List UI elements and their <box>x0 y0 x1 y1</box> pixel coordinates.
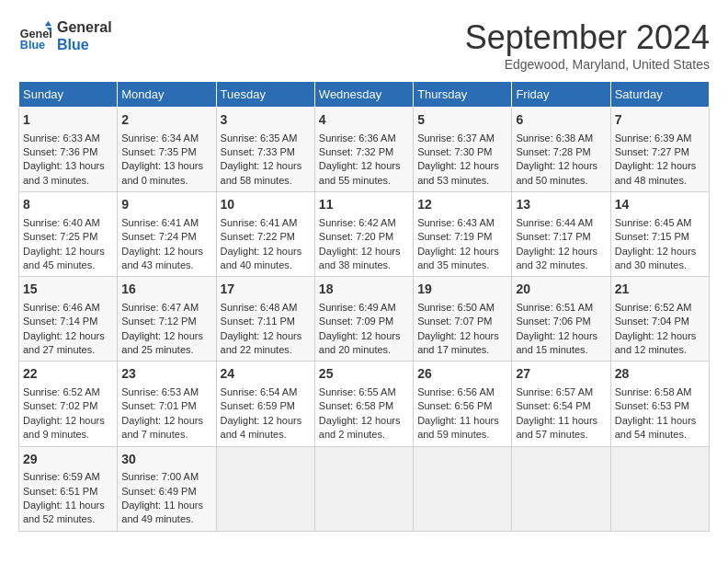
calendar-cell: 3Sunrise: 6:35 AMSunset: 7:33 PMDaylight… <box>216 108 314 192</box>
day-info-line: and 9 minutes. <box>23 428 113 442</box>
day-info-line: Sunrise: 6:56 AM <box>417 385 507 399</box>
calendar-cell: 28Sunrise: 6:58 AMSunset: 6:53 PMDayligh… <box>610 362 709 446</box>
day-info-line: Sunset: 6:51 PM <box>23 485 113 499</box>
calendar-cell: 12Sunrise: 6:43 AMSunset: 7:19 PMDayligh… <box>414 192 512 277</box>
day-number: 2 <box>121 111 211 130</box>
day-info-line: and 45 minutes. <box>23 259 113 272</box>
logo: General Blue General Blue <box>18 18 112 53</box>
day-number: 11 <box>319 196 409 214</box>
day-info-line: Sunset: 7:36 PM <box>23 145 113 159</box>
calendar-cell: 21Sunrise: 6:52 AMSunset: 7:04 PMDayligh… <box>610 277 709 362</box>
day-info-line: and 17 minutes. <box>417 343 507 357</box>
day-info-line: and 30 minutes. <box>615 259 705 272</box>
day-info-line: and 3 minutes. <box>23 174 113 188</box>
day-info-line: Daylight: 12 hours <box>221 329 311 343</box>
day-info-line: Sunset: 7:17 PM <box>516 230 606 244</box>
day-info-line: Sunrise: 6:40 AM <box>23 216 113 230</box>
day-info-line: Sunrise: 6:41 AM <box>121 216 211 230</box>
calendar-cell: 17Sunrise: 6:48 AMSunset: 7:11 PMDayligh… <box>216 277 314 362</box>
calendar-cell: 4Sunrise: 6:36 AMSunset: 7:32 PMDaylight… <box>314 108 413 192</box>
day-info-line: Daylight: 11 hours <box>417 414 507 428</box>
column-header-tuesday: Tuesday <box>216 82 314 108</box>
day-info-line: Daylight: 12 hours <box>615 159 705 173</box>
day-info-line: and 49 minutes. <box>121 512 211 526</box>
day-info-line: Daylight: 11 hours <box>516 414 606 428</box>
day-info-line: and 54 minutes. <box>615 428 705 442</box>
column-header-wednesday: Wednesday <box>314 82 413 108</box>
calendar-cell: 26Sunrise: 6:56 AMSunset: 6:56 PMDayligh… <box>414 362 512 446</box>
calendar-cell: 1Sunrise: 6:33 AMSunset: 7:36 PMDaylight… <box>19 108 118 192</box>
day-info-line: Sunrise: 6:46 AM <box>23 301 113 315</box>
day-info-line: Sunrise: 6:47 AM <box>121 301 211 315</box>
calendar-header-row: SundayMondayTuesdayWednesdayThursdayFrid… <box>19 82 710 108</box>
day-info-line: and 55 minutes. <box>319 174 409 188</box>
calendar-cell: 29Sunrise: 6:59 AMSunset: 6:51 PMDayligh… <box>19 446 118 531</box>
day-number: 26 <box>417 365 507 384</box>
column-header-friday: Friday <box>512 82 610 108</box>
day-info-line: Sunset: 7:24 PM <box>121 230 211 244</box>
day-info-line: Sunset: 7:11 PM <box>221 315 311 328</box>
calendar-week-2: 8Sunrise: 6:40 AMSunset: 7:25 PMDaylight… <box>19 192 710 277</box>
day-info-line: Daylight: 12 hours <box>615 329 705 343</box>
day-info-line: Sunrise: 6:41 AM <box>221 216 311 230</box>
day-number: 6 <box>516 111 606 130</box>
day-info-line: Sunset: 7:01 PM <box>121 399 211 413</box>
day-number: 22 <box>23 365 113 384</box>
day-info-line: Sunrise: 6:51 AM <box>516 301 606 315</box>
day-info-line: Daylight: 12 hours <box>121 329 211 343</box>
day-info-line: Sunrise: 6:50 AM <box>417 301 507 315</box>
day-info-line: Daylight: 12 hours <box>516 329 606 343</box>
day-info-line: and 15 minutes. <box>516 343 606 357</box>
calendar-cell: 6Sunrise: 6:38 AMSunset: 7:28 PMDaylight… <box>512 108 610 192</box>
calendar-cell: 23Sunrise: 6:53 AMSunset: 7:01 PMDayligh… <box>118 362 216 446</box>
column-header-sunday: Sunday <box>19 82 118 108</box>
day-info-line: Sunset: 7:33 PM <box>221 145 311 159</box>
day-number: 14 <box>615 196 705 214</box>
day-number: 25 <box>319 365 409 384</box>
page-header: General Blue General Blue September 2024… <box>18 18 710 72</box>
day-number: 1 <box>23 111 113 130</box>
day-info-line: Daylight: 12 hours <box>319 414 409 428</box>
day-info-line: Sunrise: 6:45 AM <box>615 216 705 230</box>
day-info-line: and 20 minutes. <box>319 343 409 357</box>
calendar-cell: 8Sunrise: 6:40 AMSunset: 7:25 PMDaylight… <box>19 192 118 277</box>
calendar-cell: 2Sunrise: 6:34 AMSunset: 7:35 PMDaylight… <box>118 108 216 192</box>
day-info-line: Sunrise: 6:53 AM <box>121 385 211 399</box>
day-info-line: and 22 minutes. <box>221 343 311 357</box>
day-info-line: and 52 minutes. <box>23 512 113 526</box>
day-info-line: Sunset: 7:25 PM <box>23 230 113 244</box>
calendar-cell: 11Sunrise: 6:42 AMSunset: 7:20 PMDayligh… <box>314 192 413 277</box>
day-info-line: Sunrise: 6:48 AM <box>221 301 311 315</box>
day-info-line: Daylight: 12 hours <box>221 245 311 259</box>
day-info-line: Sunrise: 6:49 AM <box>319 301 409 315</box>
calendar-cell <box>610 446 709 531</box>
location: Edgewood, Maryland, United States <box>465 57 710 72</box>
day-info-line: and 40 minutes. <box>221 259 311 272</box>
day-info-line: Sunset: 7:07 PM <box>417 315 507 328</box>
day-number: 8 <box>23 196 113 214</box>
day-info-line: and 59 minutes. <box>417 428 507 442</box>
calendar-cell: 13Sunrise: 6:44 AMSunset: 7:17 PMDayligh… <box>512 192 610 277</box>
day-info-line: Sunset: 7:04 PM <box>615 315 705 328</box>
day-info-line: Sunset: 6:53 PM <box>615 399 705 413</box>
day-number: 17 <box>221 281 311 299</box>
day-info-line: Sunrise: 6:37 AM <box>417 132 507 145</box>
day-info-line: Sunrise: 6:35 AM <box>221 132 311 145</box>
day-info-line: Sunset: 7:14 PM <box>23 315 113 328</box>
day-info-line: Sunrise: 6:57 AM <box>516 385 606 399</box>
day-info-line: and 25 minutes. <box>121 343 211 357</box>
day-info-line: Daylight: 12 hours <box>23 329 113 343</box>
day-info-line: Sunrise: 6:38 AM <box>516 132 606 145</box>
day-info-line: Daylight: 12 hours <box>417 159 507 173</box>
day-info-line: Daylight: 12 hours <box>23 414 113 428</box>
day-info-line: Sunset: 7:35 PM <box>121 145 211 159</box>
day-info-line: and 57 minutes. <box>516 428 606 442</box>
calendar-week-5: 29Sunrise: 6:59 AMSunset: 6:51 PMDayligh… <box>19 446 710 531</box>
day-info-line: Sunset: 6:58 PM <box>319 399 409 413</box>
day-number: 13 <box>516 196 606 214</box>
day-info-line: Daylight: 12 hours <box>121 414 211 428</box>
day-number: 16 <box>121 281 211 299</box>
calendar-cell: 18Sunrise: 6:49 AMSunset: 7:09 PMDayligh… <box>314 277 413 362</box>
calendar-cell: 7Sunrise: 6:39 AMSunset: 7:27 PMDaylight… <box>610 108 709 192</box>
day-info-line: Sunset: 6:54 PM <box>516 399 606 413</box>
